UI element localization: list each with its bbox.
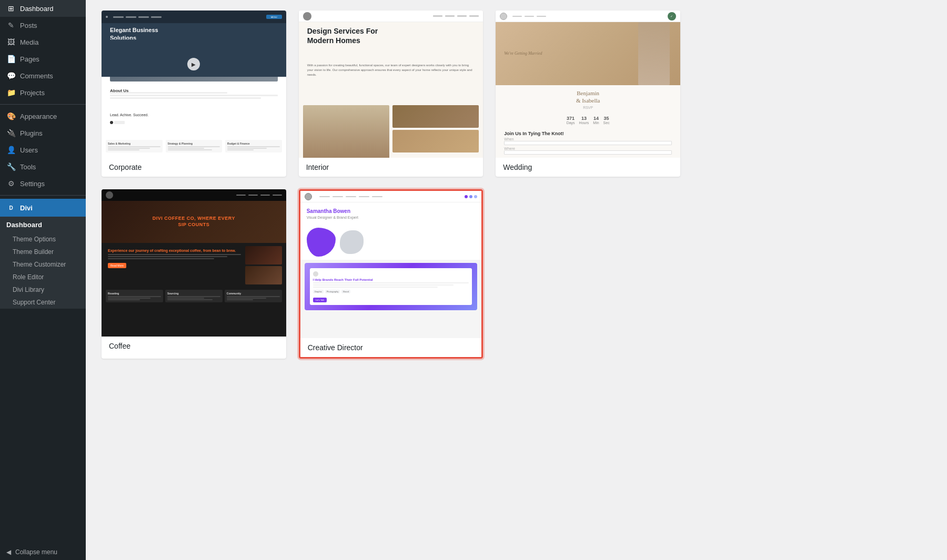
theme-preview-corporate: MENU Elegant BusinessSolutions ▶ About U… [102, 11, 286, 158]
sidebar-item-divi-library[interactable]: Divi Library [0, 283, 86, 296]
sidebar-label-posts: Posts [20, 22, 37, 29]
theme-preview-coffee: DIVI COFFEE CO, WHERE EVERY SIP COUNTS E… [102, 189, 286, 337]
sidebar-item-appearance[interactable]: 🎨 Appearance [0, 108, 86, 125]
theme-name-creative-director: Creative Director [300, 338, 482, 357]
creative-bottom-card: I Help Brands Reach Their Full Potential… [305, 263, 478, 310]
theme-name-interior: Interior [299, 158, 483, 177]
sidebar-item-tools[interactable]: 🔧 Tools [0, 158, 86, 175]
coffee-bottom-grid: Roasting Sourcing [102, 288, 286, 304]
main-content: MENU Elegant BusinessSolutions ▶ About U… [86, 0, 947, 560]
sidebar-item-role-editor[interactable]: Role Editor [0, 271, 86, 283]
theme-card-creative-director[interactable]: Samantha Bowen Visual Designer & Brand E… [299, 189, 483, 359]
sidebar-item-dashboard[interactable]: ⊞ Dashboard [0, 0, 86, 17]
sidebar-item-settings[interactable]: ⚙ Settings [0, 175, 86, 192]
wedding-names: Benjamin& Isabella RSVP [496, 85, 680, 114]
support-center-label: Support Center [13, 299, 55, 306]
theme-name-corporate: Corporate [102, 158, 286, 177]
creative-shapes [300, 225, 482, 260]
posts-icon: ✎ [6, 21, 16, 29]
wedding-top-image: We're Getting Married [496, 22, 680, 85]
sidebar-item-theme-builder[interactable]: Theme Builder [0, 246, 86, 258]
interior-nav [299, 11, 483, 22]
coffee-content-grid: Experience our journey of crafting excep… [102, 243, 286, 288]
comments-icon: 💬 [6, 72, 16, 80]
theme-builder-label: Theme Builder [13, 248, 54, 256]
wedding-stats-row: 371Days 13Hours 14Min 35Sec [496, 114, 680, 127]
divi-dashboard-title: Dashboard [6, 221, 42, 229]
theme-preview-creative: Samantha Bowen Visual Designer & Brand E… [300, 191, 482, 338]
theme-card-wedding[interactable]: ✓ We're Getting Married Benjamin& Isabel… [496, 11, 680, 177]
theme-name-coffee: Coffee [102, 337, 286, 355]
coffee-nav [102, 189, 286, 201]
users-icon: 👤 [6, 146, 16, 154]
sidebar-label-projects: Projects [20, 89, 45, 97]
dashboard-icon: ⊞ [6, 4, 16, 13]
sidebar: ⊞ Dashboard ✎ Posts 🖼 Media 📄 Pages 💬 Co… [0, 0, 86, 560]
creative-profile: Samantha Bowen Visual Designer & Brand E… [300, 202, 482, 225]
corporate-stats: Sales & Marketing Strategy & Planning [106, 140, 282, 152]
appearance-icon: 🎨 [6, 112, 16, 120]
creative-title: Visual Designer & Brand Expert [307, 216, 476, 219]
collapse-label: Collapse menu [15, 548, 57, 556]
wedding-join-text: Join Us In Tying The Knot! [504, 131, 672, 136]
theme-customizer-label: Theme Customizer [13, 261, 66, 268]
divi-section-header: Dashboard [0, 217, 86, 233]
corporate-play-button: ▶ [187, 58, 200, 70]
sidebar-item-theme-customizer[interactable]: Theme Customizer [0, 258, 86, 271]
divi-icon: D [6, 203, 16, 212]
divi-library-label: Divi Library [13, 286, 44, 293]
creative-card-button: Let's Talk [313, 298, 327, 302]
sidebar-label-media: Media [20, 38, 38, 46]
theme-preview-wedding: ✓ We're Getting Married Benjamin& Isabel… [496, 11, 680, 158]
themes-grid: MENU Elegant BusinessSolutions ▶ About U… [102, 11, 680, 359]
coffee-hero-text: DIVI COFFEE CO, WHERE EVERY SIP COUNTS [153, 216, 235, 228]
creative-purple-shape [307, 228, 336, 257]
interior-image-row [303, 105, 479, 152]
theme-card-interior[interactable]: Design Services For Modern Homes With a … [299, 11, 483, 177]
sidebar-item-comments[interactable]: 💬 Comments [0, 67, 86, 84]
sidebar-item-divi[interactable]: D Divi [0, 199, 86, 217]
sidebar-label-dashboard: Dashboard [20, 5, 54, 13]
sidebar-label-pages: Pages [20, 55, 39, 63]
sidebar-label-comments: Comments [20, 72, 53, 80]
sidebar-item-projects[interactable]: 📁 Projects [0, 84, 86, 101]
theme-card-corporate[interactable]: MENU Elegant BusinessSolutions ▶ About U… [102, 11, 286, 177]
pages-icon: 📄 [6, 55, 16, 63]
creative-card-title: I Help Brands Reach Their Full Potential [313, 278, 469, 281]
sidebar-label-settings: Settings [20, 180, 45, 188]
wedding-form-section: Join Us In Tying The Knot! When Where RS… [504, 131, 672, 158]
theme-card-coffee[interactable]: DIVI COFFEE CO, WHERE EVERY SIP COUNTS E… [102, 189, 286, 359]
sidebar-item-plugins[interactable]: 🔌 Plugins [0, 125, 86, 141]
coffee-hero: DIVI COFFEE CO, WHERE EVERY SIP COUNTS [102, 201, 286, 243]
sidebar-label-divi: Divi [20, 204, 33, 212]
creative-name: Samantha Bowen [307, 208, 476, 215]
interior-body-text: With a passion for creating beautiful, f… [307, 63, 475, 77]
sidebar-item-media[interactable]: 🖼 Media [0, 34, 86, 50]
sidebar-item-theme-options[interactable]: Theme Options [0, 233, 86, 246]
coffee-text-heading: Experience our journey of crafting excep… [108, 248, 241, 253]
media-icon: 🖼 [6, 38, 16, 46]
sidebar-item-pages[interactable]: 📄 Pages [0, 50, 86, 67]
sidebar-label-plugins: Plugins [20, 129, 43, 137]
corporate-nav: MENU [102, 11, 286, 23]
theme-options-label: Theme Options [13, 236, 56, 243]
theme-preview-interior: Design Services For Modern Homes With a … [299, 11, 483, 158]
sidebar-label-appearance: Appearance [20, 113, 57, 120]
sidebar-label-tools: Tools [20, 163, 36, 171]
sidebar-item-posts[interactable]: ✎ Posts [0, 17, 86, 34]
tools-icon: 🔧 [6, 162, 16, 171]
plugins-icon: 🔌 [6, 129, 16, 137]
sidebar-item-support-center[interactable]: Support Center [0, 296, 86, 309]
settings-icon: ⚙ [6, 179, 16, 188]
interior-hero-text: Design Services For Modern Homes [307, 26, 475, 45]
theme-name-wedding: Wedding [496, 158, 680, 177]
sidebar-label-users: Users [20, 146, 38, 154]
projects-icon: 📁 [6, 88, 16, 97]
role-editor-label: Role Editor [13, 273, 44, 281]
sidebar-item-users[interactable]: 👤 Users [0, 141, 86, 158]
creative-nav [300, 191, 482, 202]
creative-gray-shape [340, 230, 364, 254]
collapse-icon: ◀ [6, 548, 11, 556]
collapse-menu-button[interactable]: ◀ Collapse menu [0, 544, 86, 560]
